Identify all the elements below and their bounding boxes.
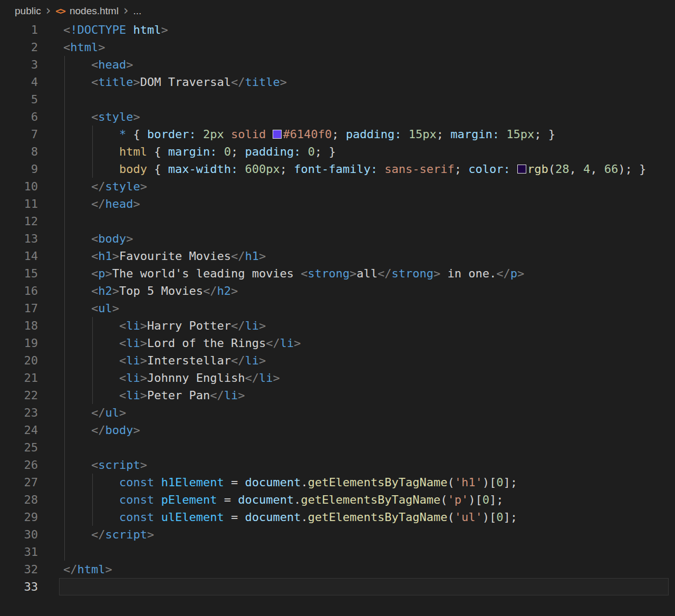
code-line-content[interactable]: <html> <box>63 38 675 56</box>
code-token-func: getElementsByTagName <box>308 511 448 524</box>
code-token-num: 15px <box>409 128 437 141</box>
code-line[interactable]: 15 <p>The world's leading movies <strong… <box>0 265 675 282</box>
code-line-content[interactable]: <li>Johnny English</li> <box>63 369 675 387</box>
code-line-content[interactable]: <body> <box>63 230 675 247</box>
code-line[interactable]: 2<html> <box>0 38 675 56</box>
indent-guide <box>92 126 93 178</box>
code-line[interactable]: 28 const pElement = document.getElements… <box>0 491 675 508</box>
color-swatch[interactable] <box>517 165 526 174</box>
code-line[interactable]: 5 <box>0 91 675 108</box>
code-line-content[interactable]: <title>DOM Traversal</title> <box>63 73 675 91</box>
code-token-punct: </ <box>245 371 259 384</box>
code-token-text: ]; <box>504 511 518 524</box>
code-line-content[interactable]: body { max-width: 600px; font-family: sa… <box>63 160 675 178</box>
code-token-tag: title <box>98 75 133 89</box>
code-line-content[interactable]: const pElement = document.getElementsByT… <box>63 491 675 508</box>
code-line[interactable]: 11 </head> <box>0 195 675 213</box>
code-token-punct: > <box>140 389 147 402</box>
code-token-tag: !DOCTYPE <box>70 23 126 36</box>
code-line-content[interactable] <box>63 213 675 230</box>
code-line-content[interactable]: <h2>Top 5 Movies</h2> <box>63 282 675 300</box>
code-line-content[interactable] <box>59 578 669 595</box>
code-line-content[interactable]: <style> <box>63 108 675 126</box>
line-number: 15 <box>0 265 63 282</box>
code-line[interactable]: 30 </script> <box>0 526 675 543</box>
code-line-content[interactable]: <!DOCTYPE html> <box>63 21 675 38</box>
code-token-text <box>63 511 119 524</box>
code-editor[interactable]: 1<!DOCTYPE html>2<html>3 <head>4 <title>… <box>0 21 675 595</box>
code-line[interactable]: 20 <li>Interstellar</li> <box>0 352 675 369</box>
code-line-content[interactable]: <ul> <box>63 300 675 317</box>
code-line[interactable]: 13 <body> <box>0 230 675 247</box>
code-token-text: = <box>224 476 245 489</box>
code-token-prop: html <box>133 23 161 36</box>
code-line-content[interactable]: <head> <box>63 56 675 73</box>
code-line-content[interactable]: </body> <box>63 421 675 439</box>
code-token-text <box>63 354 119 367</box>
code-line[interactable]: 29 const ulElement = document.getElement… <box>0 508 675 526</box>
code-line-content[interactable]: html { margin: 0; padding: 0; } <box>63 143 675 160</box>
code-line[interactable]: 17 <ul> <box>0 300 675 317</box>
code-line[interactable]: 22 <li>Peter Pan</li> <box>0 387 675 404</box>
code-token-var: h1Element <box>161 476 224 489</box>
breadcrumb-item-folder[interactable]: public <box>15 5 41 17</box>
code-line-content[interactable]: <li>Lord of the Rings</li> <box>63 334 675 352</box>
code-line-content[interactable]: <script> <box>63 456 675 474</box>
code-line[interactable]: 14 <h1>Favourite Movies</h1> <box>0 247 675 265</box>
code-line[interactable]: 8 html { margin: 0; padding: 0; } <box>0 143 675 160</box>
code-line[interactable]: 1<!DOCTYPE html> <box>0 21 675 38</box>
code-line-content[interactable] <box>63 91 675 108</box>
code-line[interactable]: 10 </style> <box>0 178 675 195</box>
code-line[interactable]: 25 <box>0 439 675 456</box>
code-token-func: getElementsByTagName <box>308 476 448 489</box>
code-line[interactable]: 6 <style> <box>0 108 675 126</box>
code-line-content[interactable]: </html> <box>63 561 675 578</box>
code-line[interactable]: 16 <h2>Top 5 Movies</h2> <box>0 282 675 300</box>
code-line-content[interactable]: <li>Peter Pan</li> <box>63 387 675 404</box>
code-line-content[interactable]: <li>Interstellar</li> <box>63 352 675 369</box>
code-line-content[interactable]: * { border: 2px solid #6140f0; padding: … <box>63 126 675 143</box>
code-line-content[interactable]: const ulElement = document.getElementsBy… <box>63 508 675 526</box>
code-token-text: )[ <box>468 493 483 506</box>
code-line-content[interactable]: </script> <box>63 526 675 543</box>
code-line[interactable]: 24 </body> <box>0 421 675 439</box>
code-line[interactable]: 19 <li>Lord of the Rings</li> <box>0 334 675 352</box>
code-token-punct: > <box>140 458 147 471</box>
code-line[interactable]: 7 * { border: 2px solid #6140f0; padding… <box>0 126 675 143</box>
breadcrumb-item-file[interactable]: nodes.html <box>70 5 119 17</box>
code-line-content[interactable]: </head> <box>63 195 675 213</box>
code-line[interactable]: 18 <li>Harry Potter</li> <box>0 317 675 334</box>
code-token-tag: h1 <box>245 249 259 263</box>
code-line-content[interactable]: const h1Element = document.getElementsBy… <box>63 474 675 491</box>
code-line[interactable]: 3 <head> <box>0 56 675 73</box>
code-line-content[interactable] <box>63 543 675 561</box>
color-swatch[interactable] <box>273 130 282 139</box>
code-token-tag: li <box>245 354 259 367</box>
code-line[interactable]: 12 <box>0 213 675 230</box>
code-token-punct: < <box>119 354 126 367</box>
code-token-punct: > <box>259 319 266 332</box>
code-line-content[interactable]: <h1>Favourite Movies</h1> <box>63 247 675 265</box>
code-token-text: )[ <box>483 476 497 489</box>
code-token-punct: </ <box>496 267 510 280</box>
code-token-num: 0 <box>224 145 231 158</box>
code-line[interactable]: 33 <box>0 578 675 595</box>
code-line[interactable]: 27 const h1Element = document.getElement… <box>0 474 675 491</box>
code-line[interactable]: 9 body { max-width: 600px; font-family: … <box>0 160 675 178</box>
code-line[interactable]: 4 <title>DOM Traversal</title> <box>0 73 675 91</box>
code-line-content[interactable] <box>63 439 675 456</box>
code-line-content[interactable]: <p>The world's leading movies <strong>al… <box>63 265 675 282</box>
code-line-content[interactable]: <li>Harry Potter</li> <box>63 317 675 334</box>
code-line-content[interactable]: </ul> <box>63 404 675 421</box>
code-line[interactable]: 31 <box>0 543 675 561</box>
code-token-text <box>63 197 91 210</box>
code-token-punct: > <box>147 528 154 541</box>
breadcrumb-item-more[interactable]: ... <box>133 5 142 17</box>
code-line[interactable]: 32</html> <box>0 561 675 578</box>
code-line[interactable]: 26 <script> <box>0 456 675 474</box>
code-line[interactable]: 21 <li>Johnny English</li> <box>0 369 675 387</box>
code-token-punct: > <box>259 249 266 263</box>
code-token-prop: font-family: <box>294 162 378 176</box>
code-line-content[interactable]: </style> <box>63 178 675 195</box>
code-line[interactable]: 23 </ul> <box>0 404 675 421</box>
